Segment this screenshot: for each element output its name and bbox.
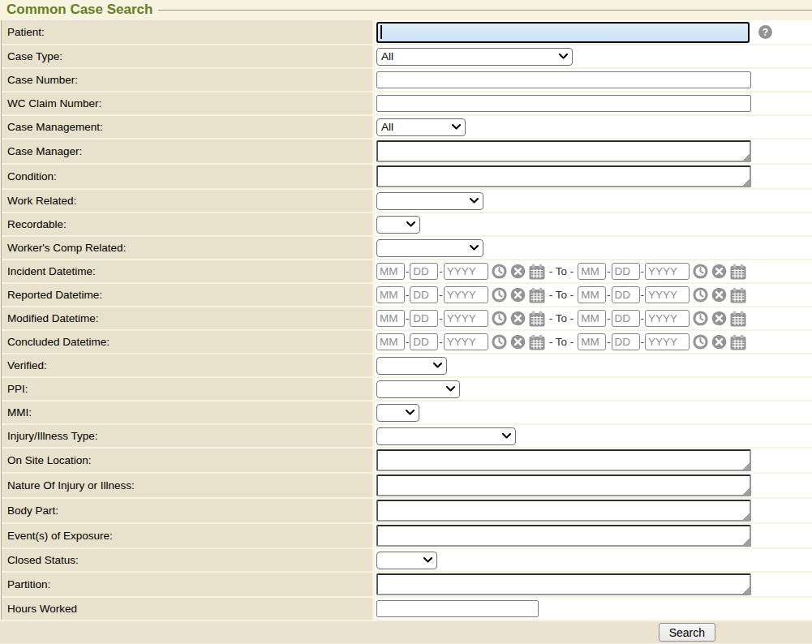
- ppi-select[interactable]: [376, 380, 460, 398]
- section-title: Common Case Search: [6, 2, 153, 18]
- clock-icon[interactable]: [693, 311, 708, 326]
- case-type-select[interactable]: All: [376, 48, 573, 66]
- clear-icon[interactable]: [510, 334, 526, 350]
- range-separator: - To -: [549, 265, 574, 277]
- row-on-site-location: On Site Location:: [2, 449, 812, 472]
- clock-icon[interactable]: [492, 287, 507, 303]
- clock-icon[interactable]: [492, 264, 507, 279]
- row-ppi: PPI:: [2, 378, 812, 400]
- hours-worked-input[interactable]: [376, 600, 539, 617]
- concluded-to-year-input[interactable]: [645, 333, 690, 350]
- range-separator: - To -: [549, 336, 574, 348]
- chevron-down-icon: [406, 221, 415, 227]
- clock-icon[interactable]: [693, 287, 708, 303]
- case-management-select[interactable]: All: [376, 118, 466, 136]
- selected-value: All: [381, 50, 554, 62]
- calendar-icon[interactable]: [529, 334, 545, 350]
- calendar-icon[interactable]: [730, 264, 746, 280]
- clear-icon[interactable]: [711, 334, 727, 350]
- clear-icon[interactable]: [711, 287, 727, 303]
- row-workers-comp-related: Worker's Comp Related:: [2, 237, 812, 259]
- incident-from-year-input[interactable]: [444, 263, 488, 280]
- field-label: Case Number:: [2, 69, 372, 91]
- concluded-from-day-input[interactable]: [410, 333, 438, 350]
- calendar-icon[interactable]: [730, 334, 746, 350]
- calendar-icon[interactable]: [529, 287, 545, 303]
- field-label: Injury/Illness Type:: [2, 425, 372, 447]
- nature-of-injury-textarea[interactable]: [376, 474, 751, 496]
- date-separator: -: [607, 336, 610, 348]
- case-manager-textarea[interactable]: [376, 140, 751, 162]
- case-number-input[interactable]: [376, 71, 751, 88]
- date-separator: -: [406, 336, 409, 348]
- clear-icon[interactable]: [510, 287, 526, 303]
- reported-to-year-input[interactable]: [645, 286, 690, 303]
- calendar-icon[interactable]: [529, 264, 545, 280]
- incident-from-day-input[interactable]: [410, 263, 438, 280]
- incident-to-year-input[interactable]: [645, 263, 690, 280]
- reported-from-year-input[interactable]: [444, 286, 488, 303]
- row-incident-datetime: Incident Datetime: -- - To - --: [2, 260, 812, 282]
- row-reported-datetime: Reported Datetime: -- - To - --: [2, 284, 812, 306]
- concluded-from-month-input[interactable]: [376, 333, 405, 350]
- clear-icon[interactable]: [711, 311, 727, 326]
- incident-to-month-input[interactable]: [578, 263, 606, 280]
- date-separator: -: [607, 265, 610, 277]
- field-label: Nature Of Injury or Illness:: [2, 474, 372, 497]
- modified-to-month-input[interactable]: [578, 310, 606, 327]
- row-case-management: Case Management: All: [2, 116, 812, 138]
- closed-status-select[interactable]: [376, 552, 437, 569]
- workers-comp-related-select[interactable]: [376, 239, 483, 257]
- reported-from-month-input[interactable]: [376, 286, 405, 303]
- clear-icon[interactable]: [510, 264, 526, 279]
- injury-illness-type-select[interactable]: [376, 427, 516, 445]
- reported-from-day-input[interactable]: [410, 286, 438, 303]
- modified-from-month-input[interactable]: [376, 310, 405, 327]
- row-closed-status: Closed Status:: [2, 549, 812, 571]
- clock-icon[interactable]: [693, 334, 708, 350]
- clock-icon[interactable]: [492, 334, 507, 350]
- date-separator: -: [641, 265, 644, 277]
- events-of-exposure-textarea[interactable]: [376, 525, 751, 547]
- clear-icon[interactable]: [510, 311, 526, 326]
- calendar-icon[interactable]: [730, 287, 746, 303]
- search-button[interactable]: Search: [659, 623, 715, 642]
- modified-from-year-input[interactable]: [444, 310, 488, 327]
- concluded-to-day-input[interactable]: [612, 333, 640, 350]
- verified-select[interactable]: [376, 357, 447, 375]
- clock-icon[interactable]: [693, 264, 708, 279]
- condition-textarea[interactable]: [376, 165, 751, 187]
- row-body-part: Body Part:: [2, 499, 812, 522]
- row-condition: Condition:: [2, 165, 812, 188]
- recordable-select[interactable]: [376, 216, 420, 234]
- chevron-down-icon: [423, 557, 432, 563]
- row-nature-of-injury: Nature Of Injury or Illness:: [2, 474, 812, 497]
- help-icon[interactable]: ?: [758, 25, 772, 39]
- reported-to-day-input[interactable]: [612, 286, 640, 303]
- mmi-select[interactable]: [376, 404, 419, 422]
- calendar-icon[interactable]: [529, 311, 545, 327]
- modified-from-day-input[interactable]: [410, 310, 438, 327]
- concluded-to-month-input[interactable]: [578, 333, 606, 350]
- modified-to-year-input[interactable]: [645, 310, 690, 327]
- work-related-select[interactable]: [376, 192, 483, 210]
- on-site-location-textarea[interactable]: [376, 449, 751, 471]
- field-label: Concluded Datetime:: [2, 331, 372, 353]
- calendar-icon[interactable]: [730, 311, 746, 327]
- partition-textarea[interactable]: [376, 573, 751, 595]
- wc-claim-number-input[interactable]: [376, 95, 751, 112]
- body-part-textarea[interactable]: [376, 500, 751, 522]
- clear-icon[interactable]: [711, 264, 727, 279]
- field-label: Event(s) of Exposure:: [2, 524, 372, 547]
- chevron-down-icon: [406, 410, 415, 415]
- chevron-down-icon: [446, 386, 455, 392]
- incident-from-month-input[interactable]: [376, 263, 405, 280]
- chevron-down-icon: [433, 363, 442, 368]
- date-separator: -: [607, 289, 610, 301]
- concluded-from-year-input[interactable]: [444, 333, 488, 350]
- patient-input[interactable]: [376, 22, 750, 43]
- reported-to-month-input[interactable]: [578, 286, 606, 303]
- clock-icon[interactable]: [492, 311, 507, 326]
- modified-to-day-input[interactable]: [612, 310, 640, 327]
- incident-to-day-input[interactable]: [612, 263, 640, 280]
